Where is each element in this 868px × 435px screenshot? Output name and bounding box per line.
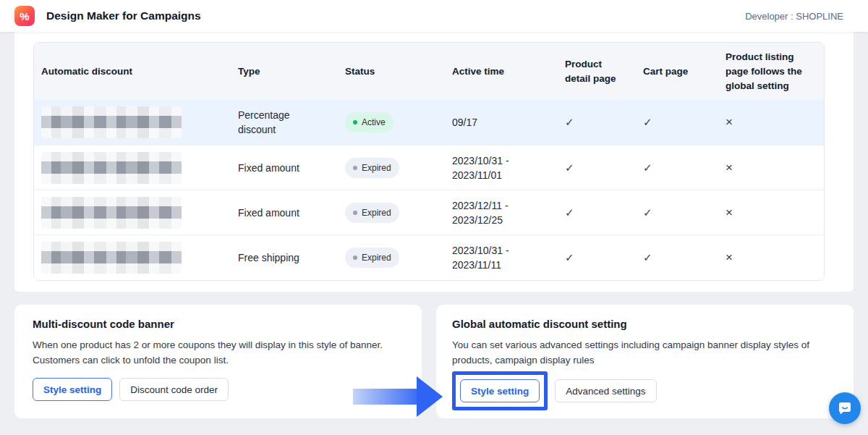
status-badge: Active	[345, 112, 393, 132]
table-row[interactable]: Fixed amount Expired 2023/12/11 - 2023/1…	[34, 190, 824, 235]
card-description: You can set various advanced settings in…	[452, 337, 835, 368]
table-header-row: Automatic discount Type Status Active ti…	[34, 43, 824, 100]
status-dot-icon	[353, 166, 357, 170]
account-label: Developer : SHOPLINE	[745, 11, 843, 22]
product-detail-check-icon: ✓	[558, 206, 636, 220]
status-dot-icon	[353, 120, 357, 124]
global-style-setting-button[interactable]: Style setting	[460, 379, 540, 402]
product-detail-check-icon: ✓	[558, 115, 636, 130]
status-cell: Expired	[338, 203, 445, 223]
cart-page-check-icon: ✓	[636, 161, 718, 175]
status-badge: Expired	[345, 248, 399, 268]
advanced-settings-button[interactable]: Advanced settings	[555, 379, 656, 402]
discount-name-cell	[34, 152, 231, 184]
col-header-product-detail-page: Product detail page	[558, 57, 636, 86]
status-dot-icon	[353, 255, 357, 260]
col-header-type: Type	[231, 64, 338, 79]
active-time-cell: 2023/10/31 - 2023/11/11	[445, 243, 558, 272]
global-discount-setting-card: Global automatic discount setting You ca…	[436, 305, 854, 418]
redacted-discount-name	[41, 197, 182, 229]
col-header-active-time: Active time	[445, 64, 558, 79]
annotation-highlight-box: Style setting	[452, 371, 548, 410]
button-row: Style setting Discount code order	[33, 378, 404, 401]
redacted-discount-name	[41, 106, 182, 138]
status-label: Active	[362, 115, 386, 130]
discount-name-cell	[34, 106, 231, 138]
card-title: Global automatic discount setting	[452, 318, 835, 330]
percent-glyph: %	[20, 10, 29, 22]
type-cell: Fixed amount	[231, 206, 338, 220]
product-detail-check-icon: ✓	[558, 161, 636, 175]
type-cell: Free shipping	[231, 250, 338, 265]
table-row[interactable]: Percentage discount Active 09/17 ✓ ✓ ×	[34, 100, 824, 145]
chat-messenger-button[interactable]	[829, 392, 861, 424]
status-label: Expired	[362, 161, 391, 175]
active-time-cell: 2023/12/11 - 2023/12/25	[445, 198, 558, 227]
pointer-arrow-icon	[352, 375, 444, 418]
redacted-discount-name	[41, 152, 182, 184]
discount-table-card: Automatic discount Type Status Active ti…	[14, 32, 854, 292]
col-header-status: Status	[338, 64, 445, 79]
type-cell: Fixed amount	[231, 161, 338, 175]
col-header-automatic-discount: Automatic discount	[34, 64, 231, 79]
discount-code-order-button[interactable]: Discount code order	[119, 378, 229, 401]
active-time-value: 09/17	[452, 115, 539, 130]
button-row: Style setting Advanced settings	[452, 371, 835, 410]
status-label: Expired	[362, 206, 391, 220]
app-header: % Design Maker for Campaigns Developer :…	[0, 0, 868, 32]
status-cell: Active	[338, 112, 445, 132]
cart-page-check-icon: ✓	[636, 115, 718, 130]
discount-name-cell	[34, 242, 231, 274]
status-cell: Expired	[338, 158, 445, 178]
redacted-discount-name	[41, 242, 182, 274]
card-title: Multi-discount code banner	[33, 318, 404, 330]
automatic-discount-table: Automatic discount Type Status Active ti…	[33, 42, 825, 281]
active-time-value: 2023/12/11 - 2023/12/25	[452, 198, 539, 227]
col-header-cart-page: Cart page	[636, 64, 718, 79]
active-time-value: 2023/10/31 - 2023/11/01	[452, 153, 539, 182]
product-detail-check-icon: ✓	[558, 250, 636, 265]
status-badge: Expired	[345, 158, 399, 178]
status-badge: Expired	[345, 203, 399, 223]
card-description: When one product has 2 or more coupons t…	[33, 337, 404, 368]
listing-global-cross-icon: ×	[718, 250, 825, 265]
cart-page-check-icon: ✓	[636, 206, 718, 220]
active-time-value: 2023/10/31 - 2023/11/11	[452, 243, 539, 272]
active-time-cell: 2023/10/31 - 2023/11/01	[445, 153, 558, 182]
style-setting-button[interactable]: Style setting	[33, 378, 112, 401]
table-row[interactable]: Free shipping Expired 2023/10/31 - 2023/…	[34, 235, 824, 279]
status-cell: Expired	[338, 248, 445, 268]
listing-global-cross-icon: ×	[718, 115, 825, 130]
listing-global-cross-icon: ×	[718, 161, 825, 175]
page-title: Design Maker for Campaigns	[46, 9, 201, 22]
status-dot-icon	[353, 211, 357, 215]
active-time-cell: 09/17	[445, 115, 558, 130]
app-logo-icon: %	[14, 6, 35, 26]
chat-bubble-icon	[836, 400, 854, 417]
listing-global-cross-icon: ×	[718, 206, 825, 220]
status-label: Expired	[362, 250, 391, 265]
cart-page-check-icon: ✓	[636, 250, 718, 265]
type-cell: Percentage discount	[231, 108, 338, 137]
col-header-listing-global: Product listing page follows the global …	[718, 50, 825, 93]
discount-name-cell	[34, 197, 231, 229]
table-row[interactable]: Fixed amount Expired 2023/10/31 - 2023/1…	[34, 145, 824, 190]
